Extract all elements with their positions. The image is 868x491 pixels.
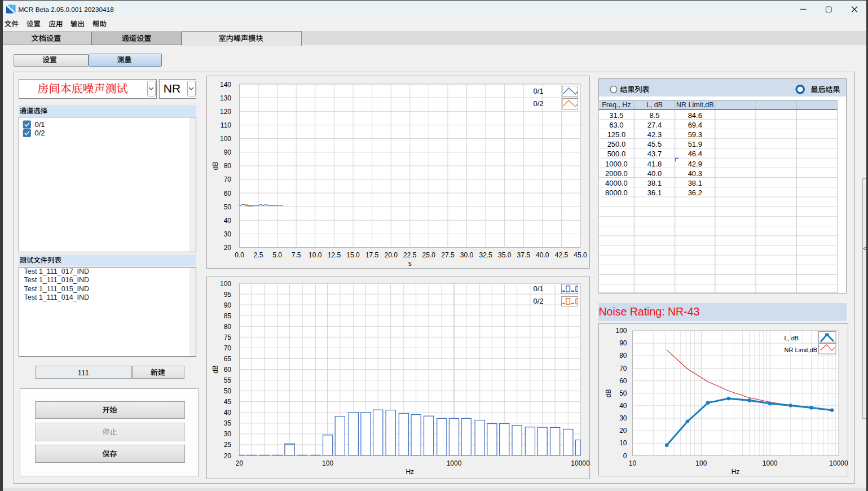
svg-text:20: 20 bbox=[224, 452, 232, 460]
svg-text:8000.0: 8000.0 bbox=[605, 188, 628, 197]
svg-text:22.5: 22.5 bbox=[403, 251, 417, 259]
svg-text:10.0: 10.0 bbox=[309, 251, 322, 259]
svg-text:50: 50 bbox=[224, 203, 232, 211]
svg-text:84.6: 84.6 bbox=[688, 111, 702, 120]
svg-text:85: 85 bbox=[224, 312, 232, 320]
svg-text:100: 100 bbox=[220, 135, 231, 143]
svg-text:40: 40 bbox=[224, 217, 232, 225]
svg-text:0/2: 0/2 bbox=[534, 99, 544, 108]
svg-text:dB: dB bbox=[212, 365, 219, 374]
svg-text:500.0: 500.0 bbox=[607, 150, 626, 158]
svg-text:4000.0: 4000.0 bbox=[605, 179, 628, 187]
svg-text:120: 120 bbox=[220, 108, 231, 116]
svg-text:60: 60 bbox=[224, 190, 232, 198]
svg-text:110: 110 bbox=[221, 121, 231, 129]
svg-text:38.1: 38.1 bbox=[647, 179, 662, 187]
svg-text:Freq., Hz: Freq., Hz bbox=[602, 101, 631, 109]
svg-text:<: < bbox=[863, 246, 866, 252]
svg-text:140: 140 bbox=[220, 81, 231, 89]
svg-text:10000: 10000 bbox=[829, 459, 848, 467]
svg-text:80: 80 bbox=[224, 162, 232, 170]
svg-text:20: 20 bbox=[224, 244, 232, 252]
svg-text:69.4: 69.4 bbox=[688, 121, 702, 129]
svg-text:45.0: 45.0 bbox=[574, 251, 587, 259]
svg-text:32.5: 32.5 bbox=[479, 251, 492, 259]
svg-text:100: 100 bbox=[615, 327, 627, 335]
svg-text:0/1: 0/1 bbox=[35, 120, 45, 129]
svg-text:15.0: 15.0 bbox=[346, 251, 360, 259]
svg-text:100: 100 bbox=[220, 280, 231, 288]
svg-text:38.1: 38.1 bbox=[688, 179, 702, 187]
svg-text:5.0: 5.0 bbox=[272, 251, 282, 259]
svg-text:75: 75 bbox=[224, 334, 232, 341]
svg-text:30: 30 bbox=[224, 230, 232, 238]
svg-text:25: 25 bbox=[224, 441, 232, 449]
svg-text:50: 50 bbox=[619, 389, 627, 397]
svg-text:dB: dB bbox=[212, 161, 219, 170]
svg-text:63.0: 63.0 bbox=[609, 121, 623, 129]
svg-text:2000.0: 2000.0 bbox=[605, 169, 628, 178]
svg-text:0/1: 0/1 bbox=[534, 284, 544, 293]
svg-text:95: 95 bbox=[224, 291, 232, 299]
svg-text:20: 20 bbox=[236, 459, 244, 467]
svg-text:1000: 1000 bbox=[763, 459, 778, 467]
svg-text:8.5: 8.5 bbox=[649, 111, 659, 120]
svg-text:0/2: 0/2 bbox=[35, 129, 45, 137]
svg-text:1000: 1000 bbox=[447, 459, 462, 467]
svg-text:40: 40 bbox=[224, 409, 232, 417]
svg-text:51.9: 51.9 bbox=[688, 140, 702, 148]
svg-text:20: 20 bbox=[619, 427, 627, 435]
svg-text:17.5: 17.5 bbox=[365, 251, 379, 259]
svg-text:10: 10 bbox=[619, 439, 627, 447]
svg-text:35: 35 bbox=[224, 419, 232, 427]
svg-text:30: 30 bbox=[619, 414, 627, 422]
svg-text:80: 80 bbox=[224, 323, 232, 331]
svg-text:60: 60 bbox=[619, 377, 627, 385]
svg-text:20.0: 20.0 bbox=[385, 251, 398, 259]
svg-text:Hz: Hz bbox=[732, 468, 740, 476]
svg-text:10000: 10000 bbox=[571, 459, 590, 467]
svg-text:43.7: 43.7 bbox=[647, 150, 662, 158]
svg-text:30.0: 30.0 bbox=[460, 251, 474, 259]
svg-text:27.4: 27.4 bbox=[647, 121, 662, 129]
svg-text:70: 70 bbox=[224, 344, 232, 352]
svg-text:90: 90 bbox=[619, 339, 627, 347]
svg-text:59.3: 59.3 bbox=[688, 130, 702, 139]
svg-text:42.5: 42.5 bbox=[555, 251, 569, 259]
svg-text:70: 70 bbox=[619, 365, 627, 372]
svg-text:125.0: 125.0 bbox=[607, 130, 626, 139]
svg-text:50: 50 bbox=[224, 387, 232, 395]
svg-text:65: 65 bbox=[224, 355, 232, 363]
svg-text:80: 80 bbox=[619, 352, 627, 360]
svg-text:45.5: 45.5 bbox=[647, 140, 662, 148]
svg-text:36.2: 36.2 bbox=[688, 188, 702, 197]
svg-text:41.8: 41.8 bbox=[647, 160, 662, 168]
svg-text:7.5: 7.5 bbox=[292, 251, 301, 259]
svg-text:10: 10 bbox=[629, 459, 637, 467]
svg-text:L, dB: L, dB bbox=[785, 335, 799, 341]
svg-text:36.1: 36.1 bbox=[647, 188, 662, 197]
svg-text:dB: dB bbox=[605, 389, 613, 397]
svg-text:0: 0 bbox=[623, 452, 627, 460]
svg-text:70: 70 bbox=[224, 176, 232, 183]
svg-text:42.3: 42.3 bbox=[647, 130, 662, 139]
svg-text:12.5: 12.5 bbox=[328, 251, 341, 259]
svg-text:1000.0: 1000.0 bbox=[605, 160, 628, 168]
svg-text:60: 60 bbox=[224, 366, 232, 374]
svg-text:0/1: 0/1 bbox=[534, 87, 544, 95]
svg-text:s: s bbox=[408, 260, 412, 268]
svg-text:45: 45 bbox=[224, 398, 232, 406]
svg-text:NR: NR bbox=[164, 82, 180, 95]
svg-text:2.5: 2.5 bbox=[254, 251, 263, 259]
svg-text:250.0: 250.0 bbox=[607, 140, 626, 148]
svg-text:Hz: Hz bbox=[406, 468, 414, 476]
svg-text:40.0: 40.0 bbox=[647, 169, 662, 178]
svg-text:0.0: 0.0 bbox=[235, 251, 244, 259]
svg-text:L, dB: L, dB bbox=[646, 101, 663, 109]
svg-text:35.0: 35.0 bbox=[498, 251, 512, 259]
svg-text:46.4: 46.4 bbox=[688, 150, 702, 158]
svg-text:90: 90 bbox=[224, 148, 232, 156]
svg-text:30: 30 bbox=[224, 430, 232, 438]
svg-text:100: 100 bbox=[695, 459, 707, 467]
svg-text:31.5: 31.5 bbox=[609, 111, 623, 120]
